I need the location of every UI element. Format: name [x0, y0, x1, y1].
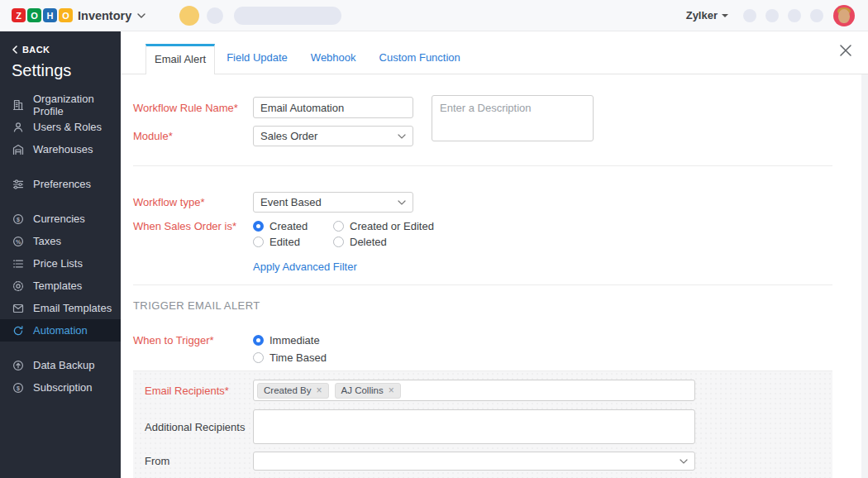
radio-time-based[interactable]: Time Based	[253, 351, 327, 363]
backup-icon	[12, 359, 25, 372]
recipient-chip[interactable]: Created By	[257, 383, 329, 399]
topbar-icon-placeholder-2[interactable]	[765, 9, 779, 22]
recipient-chip[interactable]: AJ Collins	[335, 383, 401, 399]
trigger-radio-group: Immediate Time Based	[253, 334, 327, 363]
sidebar-item-users-roles[interactable]: Users & Roles	[0, 116, 121, 138]
sidebar-item-organization-profile[interactable]: Organization Profile	[0, 93, 121, 116]
radio-created-or-edited[interactable]: Created or Edited	[333, 220, 434, 232]
sidebar-item-label: Taxes	[33, 235, 61, 247]
sidebar-item-templates[interactable]: Templates	[0, 275, 121, 297]
stamp-icon	[12, 280, 25, 293]
radio-deleted[interactable]: Deleted	[333, 236, 434, 247]
logo-letter-o2: O	[59, 8, 73, 22]
radio-dot	[333, 237, 344, 247]
apply-advanced-filter-link[interactable]: Apply Advanced Filter	[253, 261, 357, 273]
email-recipients-input[interactable]: Created By AJ Collins	[253, 380, 695, 401]
workflow-editor-panel: Email Alert Field Update Webhook Custom …	[121, 31, 868, 478]
chevron-down-icon	[398, 134, 406, 139]
chip-remove-icon[interactable]	[317, 385, 322, 395]
radio-label: Edited	[269, 236, 300, 248]
svg-text:$: $	[17, 216, 20, 222]
back-button[interactable]: BACK	[0, 31, 121, 55]
org-selector[interactable]: Zylker	[686, 9, 728, 22]
dollar-circle-icon: $	[12, 213, 25, 226]
topbar-icon-placeholder-3[interactable]	[788, 9, 801, 22]
section-divider	[133, 165, 832, 166]
sidebar-item-label: Subscription	[33, 381, 93, 394]
tab-custom-function[interactable]: Custom Function	[368, 43, 472, 74]
sidebar-item-subscription[interactable]: $ Subscription	[0, 376, 121, 399]
when-sales-order-is-row: When Sales Order is* Created Created or …	[133, 220, 832, 247]
sidebar-item-label: Preferences	[33, 178, 91, 190]
tab-webhook[interactable]: Webhook	[299, 43, 368, 74]
workflow-type-select[interactable]: Event Based	[253, 192, 413, 213]
sidebar-item-label: Organization Profile	[33, 93, 121, 117]
from-row: From	[145, 452, 832, 471]
radio-label: Created or Edited	[350, 220, 434, 232]
chip-label: Created By	[264, 385, 312, 395]
chevron-down-icon[interactable]	[136, 12, 146, 19]
sidebar-item-data-backup[interactable]: Data Backup	[0, 354, 121, 376]
sidebar-item-label: Warehouses	[33, 143, 93, 155]
sidebar-item-preferences[interactable]: Preferences	[0, 173, 121, 195]
when-sales-order-is-label: When Sales Order is*	[133, 220, 253, 232]
envelope-icon	[12, 302, 25, 315]
sidebar-item-label: Data Backup	[33, 359, 94, 371]
back-label: BACK	[22, 45, 50, 55]
topbar-icon-placeholder-1[interactable]	[743, 9, 756, 22]
additional-recipients-row: Additional Recipients	[145, 409, 832, 444]
workflow-form: Workflow Rule Name* Module* Sales Order …	[121, 74, 868, 478]
sidebar-item-label: Automation	[33, 324, 88, 337]
topbar-yellow-dot[interactable]	[179, 6, 199, 26]
from-label: From	[145, 455, 253, 467]
sidebar-item-label: Templates	[33, 280, 82, 292]
topbar-icon-placeholder[interactable]	[207, 7, 223, 24]
users-icon	[12, 121, 25, 134]
radio-dot	[333, 221, 344, 232]
description-textarea[interactable]	[432, 95, 594, 141]
sidebar-title: Settings	[0, 55, 121, 93]
settings-sidebar: BACK Settings Organization Profile Users…	[0, 31, 121, 478]
warehouse-icon	[12, 143, 25, 156]
module-select[interactable]: Sales Order	[253, 126, 413, 146]
zoho-logo[interactable]: Z O H O	[12, 8, 73, 22]
sidebar-item-label: Email Templates	[33, 302, 112, 314]
sidebar-item-price-lists[interactable]: Price Lists	[0, 252, 121, 275]
logo-letter-z: Z	[12, 8, 26, 22]
when-to-trigger-label: When to Trigger*	[133, 334, 253, 347]
sidebar-item-warehouses[interactable]: Warehouses	[0, 138, 121, 160]
workflow-rule-name-input[interactable]	[253, 97, 413, 118]
search-placeholder-pill[interactable]	[234, 7, 341, 25]
section-divider	[133, 284, 832, 285]
workflow-type-select-value: Event Based	[260, 196, 322, 208]
tab-email-alert[interactable]: Email Alert	[145, 44, 215, 74]
radio-dot	[253, 352, 264, 363]
close-icon[interactable]	[837, 41, 855, 60]
chip-remove-icon[interactable]	[389, 385, 394, 395]
email-recipients-label: Email Recipients*	[145, 385, 253, 397]
sidebar-item-currencies[interactable]: $ Currencies	[0, 208, 121, 230]
sidebar-item-label: Price Lists	[33, 257, 83, 270]
sidebar-item-email-templates[interactable]: Email Templates	[0, 297, 121, 319]
from-select[interactable]	[253, 452, 695, 471]
logo-letter-h: H	[43, 8, 57, 22]
tab-field-update[interactable]: Field Update	[215, 43, 299, 74]
radio-edited[interactable]: Edited	[253, 236, 333, 247]
module-select-value: Sales Order	[260, 130, 317, 142]
sidebar-item-automation[interactable]: Automation	[0, 319, 121, 342]
sidebar-item-taxes[interactable]: % Taxes	[0, 230, 121, 252]
additional-recipients-label: Additional Recipients	[145, 421, 253, 433]
radio-dot	[253, 335, 264, 346]
user-avatar[interactable]	[833, 5, 855, 26]
event-radio-group: Created Created or Edited Edited Deleted	[253, 220, 434, 247]
chip-label: AJ Collins	[341, 385, 384, 395]
radio-created[interactable]: Created	[253, 220, 333, 232]
workflow-tabbar: Email Alert Field Update Webhook Custom …	[121, 31, 868, 74]
radio-immediate[interactable]: Immediate	[253, 334, 327, 346]
workflow-rule-name-label: Workflow Rule Name*	[133, 102, 253, 114]
topbar-icon-placeholder-4[interactable]	[810, 9, 823, 22]
email-alert-settings-panel: Email Recipients* Created By AJ Collins …	[133, 370, 832, 478]
sync-icon	[12, 324, 25, 337]
product-name: Inventory	[78, 9, 131, 22]
additional-recipients-textarea[interactable]	[253, 409, 695, 444]
